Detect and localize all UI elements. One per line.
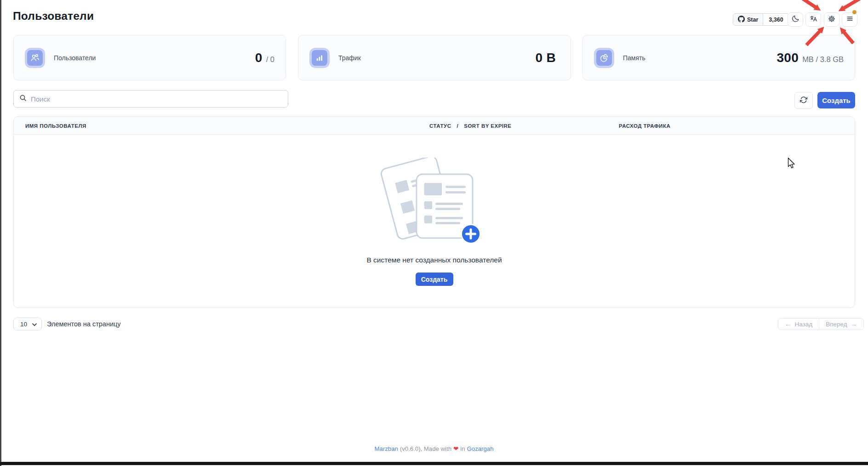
stat-value: 0 B bbox=[536, 51, 556, 65]
arrow-right-icon: → bbox=[851, 321, 857, 328]
table-header-row: ИМЯ ПОЛЬЗОВАТЕЛЯ СТАТУС / SORT BY EXPIRE… bbox=[14, 117, 855, 135]
stat-card-users: Пользователи 0/ 0 bbox=[13, 35, 286, 80]
page-size-value: 10 bbox=[20, 321, 27, 328]
traffic-icon bbox=[312, 50, 327, 66]
search-box[interactable] bbox=[13, 90, 288, 108]
chevron-down-icon bbox=[32, 321, 37, 328]
window-bottom-bar bbox=[0, 462, 868, 465]
create-user-button[interactable]: Создать bbox=[817, 92, 855, 108]
page-size-select[interactable]: 10 bbox=[13, 318, 42, 330]
empty-state-create-button[interactable]: Создать bbox=[416, 273, 453, 286]
footer-in-word: in bbox=[460, 445, 465, 452]
stat-value: 300 bbox=[777, 51, 799, 65]
plus-circle-icon bbox=[462, 225, 480, 244]
marzban-link[interactable]: Marzban bbox=[375, 445, 398, 452]
stat-label: Память bbox=[623, 54, 645, 62]
dark-mode-button[interactable] bbox=[788, 12, 803, 27]
column-header-traffic[interactable]: РАСХОД ТРАФИКА bbox=[619, 117, 670, 135]
language-button[interactable] bbox=[805, 12, 821, 27]
search-input[interactable] bbox=[31, 95, 282, 103]
annotation-arrow-top-left bbox=[800, 0, 817, 8]
stat-card-traffic: Трафик 0 B bbox=[298, 35, 571, 80]
stat-suffix: / 0 bbox=[266, 55, 274, 64]
github-star-widget[interactable]: Star 3,360 bbox=[733, 13, 789, 26]
settings-button[interactable] bbox=[824, 12, 839, 27]
stat-value: 0 bbox=[255, 51, 263, 65]
per-page-label: Элементов на страницу bbox=[47, 318, 121, 330]
users-icon bbox=[27, 50, 43, 66]
column-header-username[interactable]: ИМЯ ПОЛЬЗОВАТЕЛЯ bbox=[25, 117, 86, 135]
gozargah-link[interactable]: Gozargah bbox=[467, 445, 494, 452]
empty-state-illustration bbox=[378, 158, 491, 254]
moon-icon bbox=[792, 15, 799, 24]
github-star-label: Star bbox=[747, 17, 758, 23]
column-header-sort-by-expire[interactable]: SORT BY EXPIRE bbox=[464, 123, 511, 129]
menu-button[interactable] bbox=[842, 12, 857, 27]
users-table: ИМЯ ПОЛЬЗОВАТЕЛЯ СТАТУС / SORT BY EXPIRE… bbox=[13, 116, 855, 308]
stat-card-memory: Память 300MB / 3.8 GB bbox=[582, 35, 855, 80]
footer-version-text: (v0.6.0), Made with bbox=[400, 445, 451, 452]
stat-suffix: MB / 3.8 GB bbox=[802, 55, 844, 64]
empty-state-message: В системе нет созданных пользователей bbox=[14, 256, 855, 264]
stat-label: Трафик bbox=[338, 54, 361, 62]
prev-page-button[interactable]: ← Назад bbox=[778, 318, 819, 330]
annotation-arrow-top-right bbox=[843, 0, 861, 9]
github-star-count[interactable]: 3,360 bbox=[763, 14, 788, 25]
search-icon bbox=[19, 94, 27, 103]
hamburger-menu-icon bbox=[846, 15, 854, 24]
heart-icon: ❤ bbox=[453, 445, 458, 452]
github-icon bbox=[738, 16, 745, 24]
window-edge-strip bbox=[0, 0, 1, 466]
refresh-button[interactable] bbox=[794, 92, 813, 109]
next-page-button[interactable]: Вперед → bbox=[819, 318, 863, 330]
column-separator: / bbox=[457, 123, 459, 129]
memory-icon bbox=[596, 50, 612, 66]
refresh-icon bbox=[800, 96, 807, 105]
github-star-button[interactable]: Star bbox=[733, 14, 763, 25]
column-header-status[interactable]: СТАТУС / SORT BY EXPIRE bbox=[429, 117, 512, 135]
translate-icon bbox=[810, 15, 817, 24]
notification-dot-badge bbox=[852, 10, 857, 14]
arrow-left-icon: ← bbox=[785, 321, 791, 328]
gear-icon bbox=[828, 15, 836, 25]
stat-label: Пользователи bbox=[54, 54, 96, 62]
page-title: Пользователи bbox=[13, 10, 94, 23]
pagination-nav: ← Назад Вперед → bbox=[778, 318, 864, 330]
footer: Marzban(v0.6.0), Made with❤inGozargah bbox=[0, 445, 868, 452]
